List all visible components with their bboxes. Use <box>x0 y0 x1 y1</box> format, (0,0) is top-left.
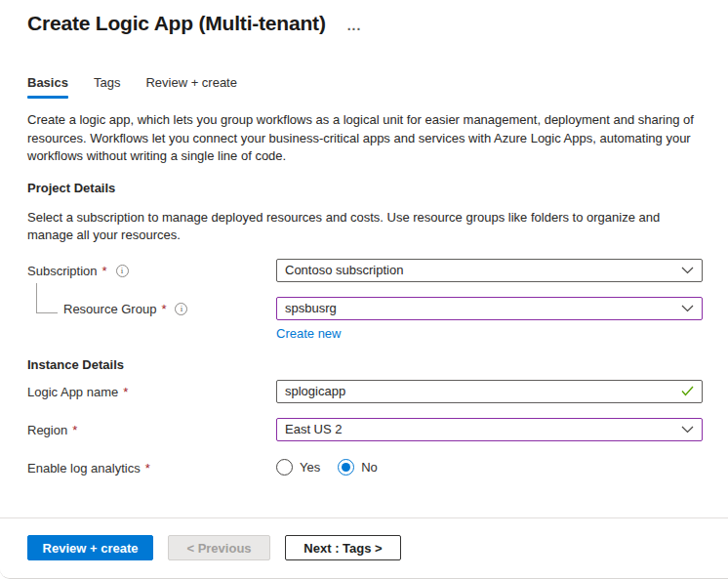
resource-group-connector-line <box>36 283 58 313</box>
blade-footer: Review + create < Previous Next : Tags > <box>0 517 728 578</box>
chevron-down-icon <box>681 426 694 434</box>
chevron-down-icon <box>681 305 694 312</box>
next-tags-button[interactable]: Next : Tags > <box>285 535 401 560</box>
region-label-cell: Region* <box>27 418 276 437</box>
logic-app-name-input[interactable] <box>285 381 673 402</box>
resource-group-row: Resource Group* i spsbusrg Create new <box>27 297 703 341</box>
enable-log-analytics-required-asterisk: * <box>145 461 150 476</box>
logic-app-name-field <box>276 380 703 403</box>
previous-button[interactable]: < Previous <box>168 535 270 560</box>
resource-group-field-cell: spsbusrg Create new <box>276 297 703 341</box>
resource-group-dropdown[interactable]: spsbusrg <box>276 297 703 320</box>
tab-bar: Basics Tags Review + create <box>27 75 703 99</box>
logic-app-name-label-cell: Logic App name* <box>27 380 276 399</box>
logic-app-name-row: Logic App name* <box>27 380 703 403</box>
chevron-down-icon <box>681 267 694 274</box>
page-title: Create Logic App (Multi-tenant) <box>27 12 326 35</box>
radio-selected-icon <box>338 459 354 476</box>
subscription-row: Subscription* i Contoso subscription <box>27 259 703 282</box>
resource-group-label: Resource Group <box>63 302 156 316</box>
region-required-asterisk: * <box>72 423 77 437</box>
enable-log-analytics-radio-group: Yes No <box>276 456 703 476</box>
enable-log-analytics-label: Enable log analytics <box>27 461 141 476</box>
enable-log-analytics-field-cell: Yes No <box>276 456 703 476</box>
subscription-required-asterisk: * <box>102 264 107 278</box>
create-logic-app-blade: Create Logic App (Multi-tenant) ... Basi… <box>0 0 728 579</box>
resource-group-dropdown-value: spsbusrg <box>285 301 673 315</box>
logic-app-name-required-asterisk: * <box>123 385 128 399</box>
instance-details-form: Logic App name* Region* East US 2 <box>27 380 703 476</box>
enable-log-analytics-row: Enable log analytics* Yes No <box>27 456 703 476</box>
region-row: Region* East US 2 <box>27 418 703 441</box>
subscription-dropdown[interactable]: Contoso subscription <box>276 259 703 282</box>
subscription-dropdown-value: Contoso subscription <box>285 263 673 277</box>
valid-check-icon <box>681 386 694 396</box>
project-details-form: Subscription* i Contoso subscription Res… <box>27 259 703 341</box>
tab-review-create[interactable]: Review + create <box>145 75 237 99</box>
radio-option-yes[interactable]: Yes <box>276 459 320 476</box>
tab-tags[interactable]: Tags <box>94 75 120 99</box>
instance-details-heading: Instance Details <box>27 357 703 372</box>
logic-app-name-field-cell <box>276 380 703 403</box>
radio-unselected-icon <box>276 459 293 476</box>
radio-yes-label: Yes <box>300 460 320 475</box>
project-details-description: Select a subscription to manage deployed… <box>27 209 703 244</box>
subscription-label-cell: Subscription* i <box>27 259 276 278</box>
info-icon[interactable]: i <box>116 265 129 277</box>
subscription-label: Subscription <box>27 264 98 278</box>
resource-group-required-asterisk: * <box>161 302 166 316</box>
region-dropdown[interactable]: East US 2 <box>276 418 703 441</box>
subscription-field-cell: Contoso subscription <box>276 259 703 282</box>
radio-no-label: No <box>361 460 378 475</box>
project-details-heading: Project Details <box>27 181 703 195</box>
blade-header: Create Logic App (Multi-tenant) ... <box>27 12 703 35</box>
enable-log-analytics-label-cell: Enable log analytics* <box>27 456 276 476</box>
info-icon[interactable]: i <box>175 303 187 315</box>
region-dropdown-value: East US 2 <box>285 422 673 436</box>
radio-option-no[interactable]: No <box>338 459 378 476</box>
review-create-button[interactable]: Review + create <box>27 535 153 560</box>
region-field-cell: East US 2 <box>276 418 703 441</box>
resource-group-label-cell: Resource Group* i <box>27 297 276 316</box>
blade-intro-text: Create a logic app, which lets you group… <box>27 111 703 166</box>
tab-basics[interactable]: Basics <box>27 75 68 99</box>
create-new-link[interactable]: Create new <box>276 326 341 341</box>
logic-app-name-label: Logic App name <box>27 385 118 399</box>
region-label: Region <box>27 423 67 437</box>
more-options-icon[interactable]: ... <box>347 18 362 33</box>
